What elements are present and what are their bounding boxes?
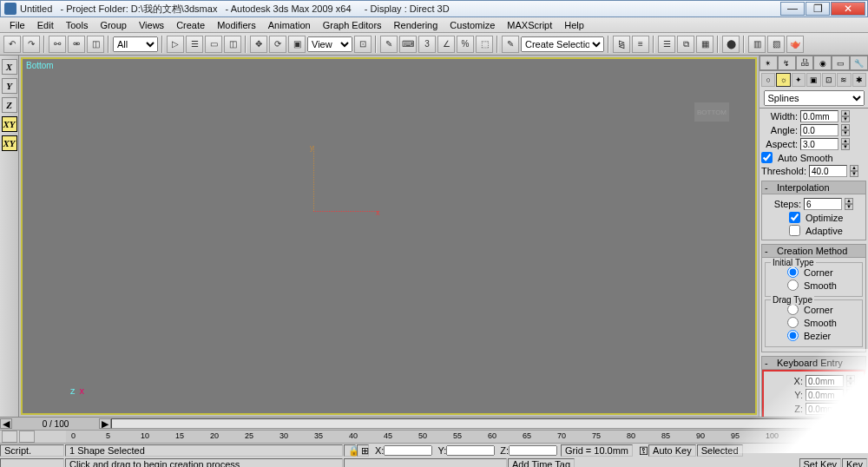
initial-corner-radio[interactable] xyxy=(787,266,799,278)
coord-z[interactable] xyxy=(509,445,557,456)
timeline-slider[interactable] xyxy=(111,418,868,429)
steps-spinner[interactable]: ▲▼ xyxy=(845,198,853,210)
threshold-field[interactable] xyxy=(809,165,847,177)
redo-button[interactable]: ↷ xyxy=(23,36,40,53)
move-button[interactable]: ✥ xyxy=(250,36,267,53)
select-button[interactable]: ▷ xyxy=(167,36,184,53)
menu-animation[interactable]: Animation xyxy=(262,19,317,31)
tab-modify[interactable]: ↯ xyxy=(778,56,796,70)
width-spinner[interactable]: ▲▼ xyxy=(841,110,850,122)
kb-x-field[interactable] xyxy=(806,375,844,387)
menu-create[interactable]: Create xyxy=(170,19,211,31)
mirror-button[interactable]: ⧎ xyxy=(613,36,630,53)
manipulate-button[interactable]: ✎ xyxy=(380,36,398,53)
cat-systems[interactable]: ✱ xyxy=(852,73,866,87)
menu-customize[interactable]: Customize xyxy=(444,19,501,31)
cat-cameras[interactable]: ▣ xyxy=(806,73,820,87)
menu-help[interactable]: Help xyxy=(558,19,590,31)
script-listener[interactable]: Script. xyxy=(0,444,64,457)
selection-filter[interactable]: All xyxy=(113,36,158,52)
subcategory-dropdown[interactable]: Splines xyxy=(764,90,865,106)
axis-y-button[interactable]: Y xyxy=(2,78,17,94)
angle-field[interactable] xyxy=(800,124,838,136)
rendered-frame-button[interactable]: ▧ xyxy=(767,36,785,53)
named-sel-edit-button[interactable]: ✎ xyxy=(502,36,519,53)
viewport-bottom[interactable]: Bottom BOTTOM y x z x xyxy=(21,57,757,415)
scale-button[interactable]: ▣ xyxy=(288,36,306,53)
lock-button[interactable]: 🔒 xyxy=(344,444,356,457)
drag-smooth-radio[interactable] xyxy=(787,317,799,328)
curve-editor-button[interactable]: ⧉ xyxy=(677,36,694,53)
pivot-button[interactable]: ⊡ xyxy=(354,36,372,53)
initial-smooth-radio[interactable] xyxy=(787,280,799,291)
cat-geometry[interactable]: ○ xyxy=(761,73,775,87)
menu-maxscript[interactable]: MAXScript xyxy=(501,19,558,31)
kb-y-spinner[interactable]: ▲▼ xyxy=(846,389,855,401)
menu-file[interactable]: File xyxy=(3,19,31,31)
tab-create[interactable]: ✴ xyxy=(760,56,778,70)
autokey-button[interactable]: Auto Key xyxy=(648,444,696,457)
menu-grapheditors[interactable]: Graph Editors xyxy=(317,19,388,31)
cat-helpers[interactable]: ⊡ xyxy=(822,73,836,87)
setkey-button[interactable]: Set Key xyxy=(799,458,842,467)
layers-button[interactable]: ☰ xyxy=(658,36,675,53)
rollout-keyboard-entry[interactable]: -Keyboard Entry xyxy=(762,357,865,370)
time-tag-button[interactable]: Add Time Tag xyxy=(508,458,575,467)
cat-spacewarps[interactable]: ≋ xyxy=(837,73,851,87)
select-name-button[interactable]: ☰ xyxy=(186,36,203,53)
keymode-selected[interactable]: Selected xyxy=(697,444,743,457)
kb-z-spinner[interactable]: ▲▼ xyxy=(846,403,855,415)
ref-coord-dropdown[interactable]: View xyxy=(307,36,352,52)
threshold-spinner[interactable]: ▲▼ xyxy=(850,165,858,177)
bind-button[interactable]: ◫ xyxy=(87,36,104,53)
drag-corner-radio[interactable] xyxy=(787,304,799,315)
rotate-button[interactable]: ⟳ xyxy=(269,36,286,53)
autosmooth-checkbox[interactable] xyxy=(761,152,773,163)
viewcube[interactable]: BOTTOM xyxy=(694,102,729,122)
axis-xy-button[interactable]: XY xyxy=(2,116,17,132)
coord-y[interactable] xyxy=(446,445,495,456)
adaptive-checkbox[interactable] xyxy=(789,225,800,236)
axis-z-button[interactable]: Z xyxy=(2,97,17,113)
close-button[interactable]: ✕ xyxy=(831,2,865,16)
region-rect-button[interactable]: ▭ xyxy=(205,36,222,53)
undo-button[interactable]: ↶ xyxy=(3,36,21,53)
render-button[interactable]: 🫖 xyxy=(786,36,804,53)
angle-snap-button[interactable]: ∠ xyxy=(437,36,455,53)
kb-x-spinner[interactable]: ▲▼ xyxy=(846,375,855,387)
minimize-button[interactable]: — xyxy=(780,2,805,16)
steps-field[interactable] xyxy=(804,198,842,210)
menu-group[interactable]: Group xyxy=(94,19,133,31)
tab-hierarchy[interactable]: 品 xyxy=(796,56,814,70)
window-crossing-button[interactable]: ◫ xyxy=(224,36,241,53)
width-field[interactable] xyxy=(800,110,838,122)
cat-lights[interactable]: ✦ xyxy=(792,73,806,87)
tab-utilities[interactable]: 🔧 xyxy=(850,56,868,70)
menu-modifiers[interactable]: Modifiers xyxy=(211,19,262,31)
axis-xy2-button[interactable]: XY xyxy=(2,135,17,151)
angle-spinner[interactable]: ▲▼ xyxy=(841,124,850,136)
menu-tools[interactable]: Tools xyxy=(60,19,95,31)
tab-motion[interactable]: ◉ xyxy=(813,56,832,70)
axis-x-button[interactable]: X xyxy=(2,59,17,75)
coord-x[interactable] xyxy=(384,445,432,456)
drag-bezier-radio[interactable] xyxy=(787,330,799,341)
kb-y-field[interactable] xyxy=(806,389,844,401)
aspect-spinner[interactable]: ▲▼ xyxy=(841,138,850,150)
spinner-snap-button[interactable]: ⬚ xyxy=(476,36,493,53)
menu-views[interactable]: Views xyxy=(133,19,170,31)
track-tool1[interactable] xyxy=(2,431,17,443)
aspect-field[interactable] xyxy=(800,138,838,150)
snap-toggle[interactable]: 3 xyxy=(418,36,436,53)
menu-edit[interactable]: Edit xyxy=(31,19,60,31)
material-editor-button[interactable]: ⬤ xyxy=(722,36,740,53)
tab-display[interactable]: ▭ xyxy=(832,56,850,70)
keyboard-button[interactable]: ⌨ xyxy=(399,36,417,53)
maximize-button[interactable]: ❐ xyxy=(806,2,830,16)
percent-snap-button[interactable]: % xyxy=(457,36,474,53)
link-button[interactable]: ⚯ xyxy=(49,36,66,53)
schematic-button[interactable]: ▦ xyxy=(696,36,713,53)
align-button[interactable]: ≡ xyxy=(632,36,649,53)
rollout-interpolation[interactable]: -Interpolation xyxy=(762,181,865,194)
optimize-checkbox[interactable] xyxy=(789,212,800,223)
